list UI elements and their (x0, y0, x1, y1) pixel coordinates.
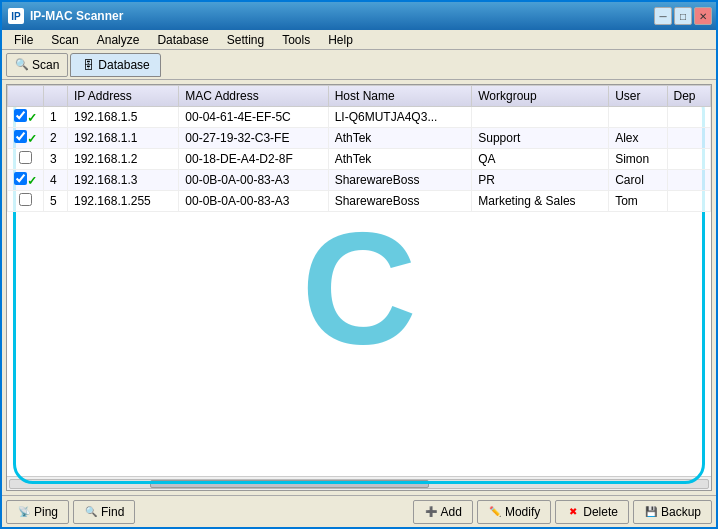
app-icon: IP (8, 8, 24, 24)
menu-bar: File Scan Analyze Database Setting Tools… (2, 30, 716, 50)
horizontal-scrollbar[interactable] (9, 479, 709, 489)
col-header-user: User (609, 86, 667, 107)
row-dep (667, 149, 710, 170)
row-host: LI-Q6MUTJA4Q3... (328, 107, 472, 128)
row-dep (667, 170, 710, 191)
table-row[interactable]: ✓4192.168.1.300-0B-0A-00-83-A3SharewareB… (8, 170, 711, 191)
menu-tools[interactable]: Tools (274, 31, 318, 49)
checkbox-input[interactable] (14, 109, 27, 122)
ip-mac-table: IP Address MAC Address Host Name Workgro… (7, 85, 711, 212)
row-host: AthTek (328, 149, 472, 170)
ping-icon (17, 505, 31, 519)
col-header-workgroup: Workgroup (472, 86, 609, 107)
row-ip: 192.168.1.255 (68, 191, 179, 212)
row-workgroup (472, 107, 609, 128)
row-number: 2 (44, 128, 68, 149)
row-user (609, 107, 667, 128)
row-checkbox[interactable]: ✓ (8, 107, 44, 128)
modify-button[interactable]: Modify (477, 500, 551, 524)
table-row[interactable]: 3192.168.1.200-18-DE-A4-D2-8FAthTekQASim… (8, 149, 711, 170)
scan-button[interactable]: Scan (6, 53, 68, 77)
row-mac: 00-0B-0A-00-83-A3 (179, 191, 328, 212)
row-number: 5 (44, 191, 68, 212)
row-checkbox[interactable]: ✓ (8, 128, 44, 149)
table-row[interactable]: ✓2192.168.1.100-27-19-32-C3-FEAthTekSupp… (8, 128, 711, 149)
table-row[interactable]: ✓1192.168.1.500-04-61-4E-EF-5CLI-Q6MUTJA… (8, 107, 711, 128)
database-icon (81, 58, 95, 72)
menu-help[interactable]: Help (320, 31, 361, 49)
row-number: 4 (44, 170, 68, 191)
row-number: 3 (44, 149, 68, 170)
table-container[interactable]: IP Address MAC Address Host Name Workgro… (7, 85, 711, 476)
row-host: SharewareBoss (328, 191, 472, 212)
find-icon (84, 505, 98, 519)
row-mac: 00-27-19-32-C3-FE (179, 128, 328, 149)
footer: Ping Find Add Modify Delete Backup (2, 495, 716, 527)
add-button[interactable]: Add (413, 500, 473, 524)
ping-button[interactable]: Ping (6, 500, 69, 524)
database-tab[interactable]: Database (70, 53, 160, 77)
row-user: Tom (609, 191, 667, 212)
row-number: 1 (44, 107, 68, 128)
main-window: IP IP-MAC Scanner ─ □ ✕ File Scan Analyz… (0, 0, 718, 529)
delete-button[interactable]: Delete (555, 500, 629, 524)
col-header-check (8, 86, 44, 107)
row-host: SharewareBoss (328, 170, 472, 191)
checkbox-input[interactable] (14, 130, 27, 143)
row-mac: 00-04-61-4E-EF-5C (179, 107, 328, 128)
title-buttons: ─ □ ✕ (654, 7, 712, 25)
title-bar: IP IP-MAC Scanner ─ □ ✕ (2, 2, 716, 30)
row-checkbox[interactable] (8, 191, 44, 212)
scrollbar-thumb[interactable] (150, 480, 429, 488)
row-ip: 192.168.1.3 (68, 170, 179, 191)
checkbox-input[interactable] (19, 151, 32, 164)
row-mac: 00-18-DE-A4-D2-8F (179, 149, 328, 170)
add-icon (424, 505, 438, 519)
menu-setting[interactable]: Setting (219, 31, 272, 49)
col-header-num (44, 86, 68, 107)
col-header-mac: MAC Address (179, 86, 328, 107)
backup-icon (644, 505, 658, 519)
close-button[interactable]: ✕ (694, 7, 712, 25)
horizontal-scrollbar-area (7, 476, 711, 490)
row-user: Carol (609, 170, 667, 191)
checkbox-input[interactable] (14, 172, 27, 185)
row-user: Alex (609, 128, 667, 149)
row-dep (667, 107, 710, 128)
col-header-dep: Dep (667, 86, 710, 107)
row-workgroup: Support (472, 128, 609, 149)
menu-analyze[interactable]: Analyze (89, 31, 148, 49)
find-button[interactable]: Find (73, 500, 135, 524)
delete-icon (566, 505, 580, 519)
row-ip: 192.168.1.2 (68, 149, 179, 170)
row-dep (667, 191, 710, 212)
checkmark-icon: ✓ (27, 111, 37, 125)
toolbar: Scan Database (2, 50, 716, 80)
menu-scan[interactable]: Scan (43, 31, 86, 49)
row-host: AthTek (328, 128, 472, 149)
row-workgroup: PR (472, 170, 609, 191)
checkbox-input[interactable] (19, 193, 32, 206)
checkmark-icon: ✓ (27, 174, 37, 188)
modify-icon (488, 505, 502, 519)
row-user: Simon (609, 149, 667, 170)
row-dep (667, 128, 710, 149)
minimize-button[interactable]: ─ (654, 7, 672, 25)
maximize-button[interactable]: □ (674, 7, 692, 25)
row-checkbox[interactable]: ✓ (8, 170, 44, 191)
row-mac: 00-0B-0A-00-83-A3 (179, 170, 328, 191)
menu-file[interactable]: File (6, 31, 41, 49)
row-workgroup: Marketing & Sales (472, 191, 609, 212)
menu-database[interactable]: Database (149, 31, 216, 49)
table-row[interactable]: 5192.168.1.25500-0B-0A-00-83-A3Shareware… (8, 191, 711, 212)
backup-button[interactable]: Backup (633, 500, 712, 524)
table-header-row: IP Address MAC Address Host Name Workgro… (8, 86, 711, 107)
scan-icon (15, 58, 29, 72)
row-ip: 192.168.1.1 (68, 128, 179, 149)
row-checkbox[interactable] (8, 149, 44, 170)
col-header-host: Host Name (328, 86, 472, 107)
title-bar-left: IP IP-MAC Scanner (8, 8, 123, 24)
main-content: C IP Address MAC Address Host Name Workg… (6, 84, 712, 491)
window-title: IP-MAC Scanner (30, 9, 123, 23)
row-workgroup: QA (472, 149, 609, 170)
